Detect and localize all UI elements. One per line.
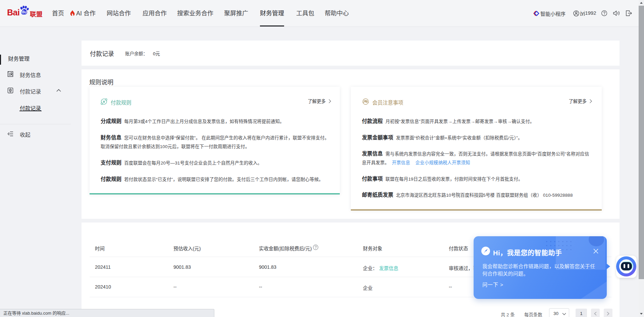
svg-text:du: du — [21, 10, 26, 14]
